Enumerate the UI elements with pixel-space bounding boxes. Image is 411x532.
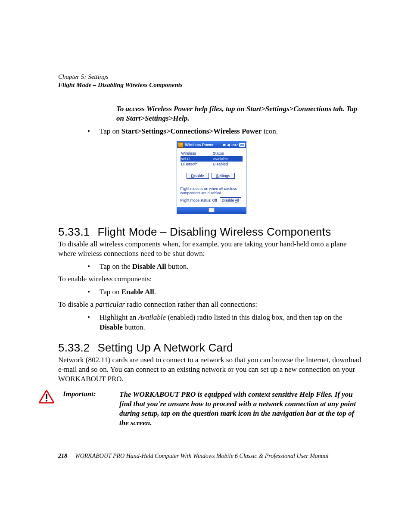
disable-button: Disable <box>187 173 209 179</box>
svg-point-2 <box>46 400 47 401</box>
warning-icon <box>39 390 54 404</box>
bullet-disable-all: • Tap on the Disable All button. <box>87 262 364 272</box>
bullet-intro-post: icon. <box>262 127 278 135</box>
wireless-table: Wireless Status Wi-Fi Available Bluetoot… <box>181 151 243 167</box>
col-status: Status <box>212 151 243 156</box>
row-wifi-status: Available <box>212 156 243 162</box>
bullet-dot: • <box>87 127 100 137</box>
section-title: Setting Up A Network Card <box>98 341 233 354</box>
row-wifi-name: Wi-Fi <box>181 156 212 162</box>
s1-paragraph-1: To disable all wireless components when,… <box>58 240 364 258</box>
bullet-tap-wireless-power: • Tap on Start>Settings>Connections>Wire… <box>87 127 364 137</box>
important-block: Important: The WORKABOUT PRO is equipped… <box>58 390 364 428</box>
wireless-power-screenshot: Wireless Power ⇄ ◀ 1:37 ok Wireless Stat… <box>177 141 246 214</box>
col-wireless: Wireless <box>181 151 212 156</box>
volume-icon: ◀ <box>227 143 230 147</box>
header-chapter: Chapter 5: Settings <box>58 73 364 81</box>
keyboard-icon <box>209 208 215 212</box>
ok-button: ok <box>239 143 245 147</box>
table-row: Bluetooth Disabled <box>181 162 243 167</box>
settings-button: Settings <box>212 173 235 179</box>
important-text: The WORKABOUT PRO is equipped with conte… <box>119 390 364 428</box>
s1-paragraph-2: To enable wireless components: <box>58 274 364 284</box>
bullet-intro-pre: Tap on <box>100 127 121 135</box>
page-number: 218 <box>58 453 67 460</box>
row-bt-name: Bluetooth <box>181 162 212 167</box>
section-5-33-1-heading: 5.33.1Flight Mode – Disabling Wireless C… <box>58 225 364 239</box>
footer-text: WORKABOUT PRO Hand-Held Computer With Wi… <box>75 453 329 460</box>
screenshot-footerbar <box>177 207 246 214</box>
svg-rect-1 <box>46 394 47 399</box>
section-title: Flight Mode – Disabling Wireless Compone… <box>98 225 331 238</box>
screenshot-titlebar: Wireless Power ⇄ ◀ 1:37 ok <box>177 141 246 148</box>
page-footer: 218 WORKABOUT PRO Hand-Held Computer Wit… <box>58 453 364 460</box>
important-label: Important: <box>63 390 112 428</box>
intro-note: To access Wireless Power help files, tap… <box>116 104 364 123</box>
section-5-33-2-heading: 5.33.2Setting Up A Network Card <box>58 341 364 355</box>
table-row: Wi-Fi Available <box>181 156 243 162</box>
bullet-intro-bold: Start>Settings>Connections>Wireless Powe… <box>121 127 262 135</box>
connectivity-icon: ⇄ <box>223 143 226 147</box>
disable-all-button: Disable All <box>220 197 241 203</box>
bullet-enable-all: • Tap on Enable All. <box>87 287 364 297</box>
section-number: 5.33.1 <box>58 225 90 238</box>
flight-mode-note: Flight mode is on when all wireless comp… <box>181 187 243 195</box>
start-icon <box>178 142 184 148</box>
row-bt-status: Disabled <box>212 162 243 167</box>
s2-paragraph-1: Network (802.11) cards are used to conne… <box>58 355 364 384</box>
flight-mode-status: Flight mode status: Off <box>181 198 217 202</box>
bullet-highlight-available: • Highlight an Available (enabled) radio… <box>87 313 364 333</box>
screenshot-title: Wireless Power <box>185 143 214 147</box>
header-section-title: Flight Mode – Disabling Wireless Compone… <box>58 81 364 89</box>
clock-label: 1:37 <box>231 143 238 147</box>
section-number: 5.33.2 <box>58 341 90 354</box>
s1-paragraph-3: To disable a particular radio connection… <box>58 300 364 309</box>
